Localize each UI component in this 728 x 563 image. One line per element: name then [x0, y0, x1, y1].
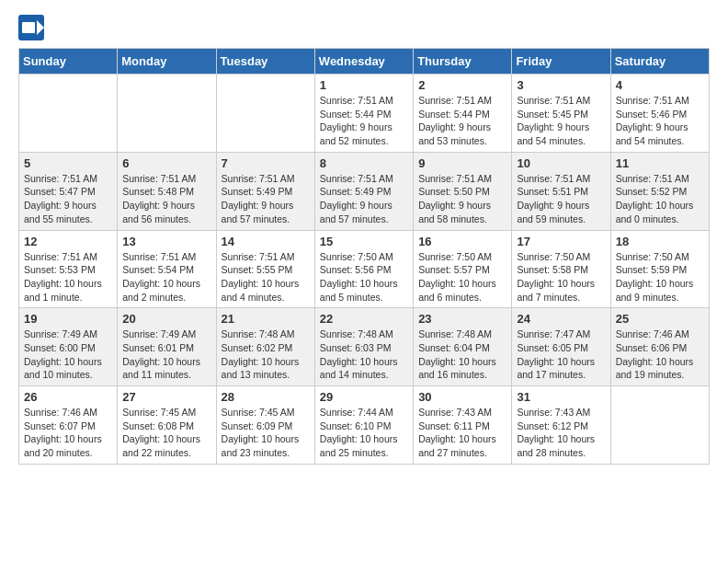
day-info: Sunrise: 7:45 AM Sunset: 6:08 PM Dayligh… [122, 406, 210, 460]
weekday-header: Tuesday [216, 49, 314, 75]
calendar-cell: 4Sunrise: 7:51 AM Sunset: 5:46 PM Daylig… [610, 75, 709, 153]
weekday-header: Friday [512, 49, 610, 75]
day-info: Sunrise: 7:51 AM Sunset: 5:53 PM Dayligh… [24, 250, 112, 304]
day-number: 16 [418, 235, 506, 248]
calendar-cell: 26Sunrise: 7:46 AM Sunset: 6:07 PM Dayli… [19, 386, 118, 465]
day-number: 6 [122, 156, 210, 170]
day-info: Sunrise: 7:43 AM Sunset: 6:11 PM Dayligh… [418, 406, 506, 460]
calendar-cell: 28Sunrise: 7:45 AM Sunset: 6:09 PM Dayli… [216, 386, 314, 465]
day-number: 5 [24, 156, 112, 170]
day-info: Sunrise: 7:51 AM Sunset: 5:49 PM Dayligh… [222, 172, 310, 226]
day-info: Sunrise: 7:50 AM Sunset: 5:58 PM Dayligh… [517, 250, 605, 304]
calendar-table: SundayMondayTuesdayWednesdayThursdayFrid… [18, 48, 710, 465]
day-number: 9 [418, 156, 506, 170]
day-number: 13 [122, 235, 210, 248]
calendar-cell: 14Sunrise: 7:51 AM Sunset: 5:55 PM Dayli… [216, 230, 314, 308]
day-number: 25 [616, 312, 704, 326]
calendar-cell: 12Sunrise: 7:51 AM Sunset: 5:53 PM Dayli… [19, 230, 118, 308]
day-info: Sunrise: 7:51 AM Sunset: 5:44 PM Dayligh… [320, 94, 408, 148]
calendar-week-row: 1Sunrise: 7:51 AM Sunset: 5:44 PM Daylig… [19, 75, 710, 153]
day-info: Sunrise: 7:51 AM Sunset: 5:46 PM Dayligh… [616, 94, 704, 148]
weekday-header: Saturday [610, 49, 709, 75]
day-info: Sunrise: 7:44 AM Sunset: 6:10 PM Dayligh… [320, 406, 408, 460]
day-number: 28 [222, 390, 310, 404]
day-info: Sunrise: 7:47 AM Sunset: 6:05 PM Dayligh… [517, 327, 605, 382]
day-info: Sunrise: 7:46 AM Sunset: 6:07 PM Dayligh… [24, 406, 112, 460]
weekday-header-row: SundayMondayTuesdayWednesdayThursdayFrid… [19, 49, 710, 75]
weekday-header: Monday [118, 49, 216, 75]
logo [18, 15, 46, 40]
day-info: Sunrise: 7:51 AM Sunset: 5:54 PM Dayligh… [122, 250, 210, 304]
day-number: 31 [517, 390, 605, 404]
svg-rect-2 [22, 22, 35, 33]
day-number: 10 [517, 156, 605, 170]
calendar-cell: 8Sunrise: 7:51 AM Sunset: 5:49 PM Daylig… [314, 152, 413, 230]
calendar-cell: 27Sunrise: 7:45 AM Sunset: 6:08 PM Dayli… [118, 386, 216, 465]
day-number: 19 [24, 312, 112, 326]
day-info: Sunrise: 7:51 AM Sunset: 5:51 PM Dayligh… [517, 172, 605, 226]
day-number: 8 [320, 156, 408, 170]
day-info: Sunrise: 7:50 AM Sunset: 5:56 PM Dayligh… [320, 250, 408, 304]
calendar-cell: 2Sunrise: 7:51 AM Sunset: 5:44 PM Daylig… [414, 75, 512, 153]
calendar-cell: 7Sunrise: 7:51 AM Sunset: 5:49 PM Daylig… [216, 152, 314, 230]
day-number: 1 [320, 78, 408, 92]
calendar-week-row: 19Sunrise: 7:49 AM Sunset: 6:00 PM Dayli… [19, 308, 710, 386]
day-number: 26 [24, 390, 112, 404]
calendar-cell: 11Sunrise: 7:51 AM Sunset: 5:52 PM Dayli… [610, 152, 709, 230]
header [18, 15, 710, 40]
calendar-cell: 20Sunrise: 7:49 AM Sunset: 6:01 PM Dayli… [118, 308, 216, 386]
calendar-cell: 1Sunrise: 7:51 AM Sunset: 5:44 PM Daylig… [314, 75, 413, 153]
calendar-cell [19, 75, 118, 153]
day-info: Sunrise: 7:45 AM Sunset: 6:09 PM Dayligh… [222, 406, 310, 460]
day-number: 20 [122, 312, 210, 326]
calendar-cell [118, 75, 216, 153]
calendar-cell: 10Sunrise: 7:51 AM Sunset: 5:51 PM Dayli… [512, 152, 610, 230]
calendar-week-row: 26Sunrise: 7:46 AM Sunset: 6:07 PM Dayli… [19, 386, 710, 465]
day-number: 23 [418, 312, 506, 326]
day-number: 18 [616, 235, 704, 248]
day-number: 3 [517, 78, 605, 92]
day-info: Sunrise: 7:51 AM Sunset: 5:44 PM Dayligh… [418, 94, 506, 148]
day-info: Sunrise: 7:46 AM Sunset: 6:06 PM Dayligh… [616, 327, 704, 382]
day-info: Sunrise: 7:51 AM Sunset: 5:49 PM Dayligh… [320, 172, 408, 226]
weekday-header: Wednesday [314, 49, 413, 75]
weekday-header: Thursday [414, 49, 512, 75]
calendar-cell: 19Sunrise: 7:49 AM Sunset: 6:00 PM Dayli… [19, 308, 118, 386]
calendar-cell: 9Sunrise: 7:51 AM Sunset: 5:50 PM Daylig… [414, 152, 512, 230]
day-info: Sunrise: 7:51 AM Sunset: 5:50 PM Dayligh… [418, 172, 506, 226]
calendar-cell: 18Sunrise: 7:50 AM Sunset: 5:59 PM Dayli… [610, 230, 709, 308]
calendar-week-row: 5Sunrise: 7:51 AM Sunset: 5:47 PM Daylig… [19, 152, 710, 230]
calendar-cell: 6Sunrise: 7:51 AM Sunset: 5:48 PM Daylig… [118, 152, 216, 230]
calendar-cell: 15Sunrise: 7:50 AM Sunset: 5:56 PM Dayli… [314, 230, 413, 308]
calendar-cell: 23Sunrise: 7:48 AM Sunset: 6:04 PM Dayli… [414, 308, 512, 386]
day-info: Sunrise: 7:51 AM Sunset: 5:48 PM Dayligh… [122, 172, 210, 226]
calendar-cell: 29Sunrise: 7:44 AM Sunset: 6:10 PM Dayli… [314, 386, 413, 465]
weekday-header: Sunday [19, 49, 118, 75]
calendar-cell: 13Sunrise: 7:51 AM Sunset: 5:54 PM Dayli… [118, 230, 216, 308]
calendar-cell: 3Sunrise: 7:51 AM Sunset: 5:45 PM Daylig… [512, 75, 610, 153]
day-info: Sunrise: 7:51 AM Sunset: 5:52 PM Dayligh… [616, 172, 704, 226]
logo-icon [18, 15, 44, 40]
day-number: 17 [517, 235, 605, 248]
day-number: 24 [517, 312, 605, 326]
day-info: Sunrise: 7:43 AM Sunset: 6:12 PM Dayligh… [517, 406, 605, 460]
day-info: Sunrise: 7:48 AM Sunset: 6:04 PM Dayligh… [418, 327, 506, 382]
day-info: Sunrise: 7:51 AM Sunset: 5:45 PM Dayligh… [517, 94, 605, 148]
day-number: 30 [418, 390, 506, 404]
day-number: 7 [222, 156, 310, 170]
day-info: Sunrise: 7:48 AM Sunset: 6:03 PM Dayligh… [320, 327, 408, 382]
day-info: Sunrise: 7:51 AM Sunset: 5:55 PM Dayligh… [222, 250, 310, 304]
calendar-cell: 31Sunrise: 7:43 AM Sunset: 6:12 PM Dayli… [512, 386, 610, 465]
day-number: 29 [320, 390, 408, 404]
calendar-cell: 21Sunrise: 7:48 AM Sunset: 6:02 PM Dayli… [216, 308, 314, 386]
calendar-cell: 30Sunrise: 7:43 AM Sunset: 6:11 PM Dayli… [414, 386, 512, 465]
day-number: 22 [320, 312, 408, 326]
day-info: Sunrise: 7:49 AM Sunset: 6:01 PM Dayligh… [122, 327, 210, 382]
day-number: 27 [122, 390, 210, 404]
day-number: 4 [616, 78, 704, 92]
day-info: Sunrise: 7:48 AM Sunset: 6:02 PM Dayligh… [222, 327, 310, 382]
day-info: Sunrise: 7:50 AM Sunset: 5:57 PM Dayligh… [418, 250, 506, 304]
day-number: 2 [418, 78, 506, 92]
calendar-cell [216, 75, 314, 153]
day-info: Sunrise: 7:51 AM Sunset: 5:47 PM Dayligh… [24, 172, 112, 226]
